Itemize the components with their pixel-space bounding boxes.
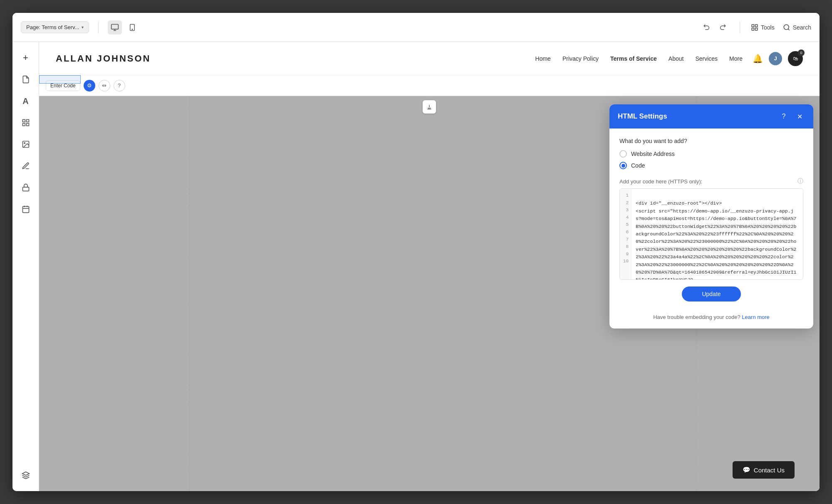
radio-label-website: Website Address [631,151,675,157]
code-info-icon: ⓘ [797,178,803,185]
pen-icon [22,162,30,170]
svg-point-16 [24,143,25,144]
undo-redo [701,21,729,34]
modal-header: HTML Settings ? ✕ [609,104,813,128]
tools-button[interactable]: Tools [751,24,775,31]
tools-icon [751,24,758,31]
apps-icon [22,119,30,127]
code-label-text: Add your code here (HTTPS only): [619,178,702,185]
search-button[interactable]: Search [783,24,811,31]
page-label: Page: Terms of Serv... [26,24,79,30]
html-settings-modal: HTML Settings ? ✕ What do you want to ad… [609,104,813,329]
site-logo: ALLAN JOHNSON [56,53,151,64]
svg-rect-0 [111,24,119,29]
toolbar-divider-2 [740,21,740,34]
layers-icon [22,471,30,479]
chevron-down-icon: ▾ [82,25,84,30]
pages-icon [22,75,30,84]
svg-rect-11 [22,120,25,122]
svg-point-4 [132,29,133,30]
page-selector[interactable]: Page: Terms of Serv... ▾ [21,21,89,33]
radio-circle-code [619,162,627,169]
radio-circle-website [619,150,627,158]
modal-footer: Have trouble embedding your code? Learn … [609,314,813,329]
help-icon-btn[interactable]: ? [114,80,125,91]
desktop-device-btn[interactable] [108,20,122,35]
search-icon [783,24,790,31]
gear-icon-btn[interactable]: ⚙ [84,80,95,91]
line-numbers: 12345678910 [620,189,631,279]
update-button[interactable]: Update [682,287,740,301]
left-sidebar: + A [12,42,39,491]
radio-website-address[interactable]: Website Address [619,150,803,158]
calendar-icon [22,205,30,213]
redo-button[interactable] [716,21,729,34]
user-avatar[interactable]: J [769,52,782,65]
svg-rect-7 [752,28,754,30]
download-icon [426,104,433,110]
cart-icon[interactable]: 🛍 0 [788,51,803,66]
search-label: Search [793,24,811,31]
nav-home[interactable]: Home [535,55,551,62]
undo-button[interactable] [701,21,713,34]
modal-header-icons: ? ✕ [778,111,805,122]
nav-about[interactable]: About [669,55,684,62]
pages-sidebar-btn[interactable] [17,70,35,89]
code-input-label: Add your code here (HTTPS only): ⓘ [619,178,803,185]
cart-count: 0 [798,49,805,56]
radio-code[interactable]: Code [619,162,803,169]
svg-rect-13 [22,124,25,126]
download-btn[interactable] [423,100,436,114]
svg-rect-14 [26,124,29,126]
site-header: ALLAN JOHNSON Home Privacy Policy Terms … [39,42,820,75]
svg-rect-6 [755,25,757,27]
modal-help-btn[interactable]: ? [778,111,789,122]
radio-group: Website Address Code [619,150,803,169]
top-toolbar: Page: Terms of Serv... ▾ [12,13,820,42]
svg-rect-5 [752,25,754,27]
image-sidebar-btn[interactable] [17,135,35,153]
modal-overlay: HTML Settings ? ✕ What do you want to ad… [603,96,820,491]
redo-icon [719,24,726,31]
modal-title: HTML Settings [618,112,667,121]
add-sidebar-btn[interactable]: + [17,49,35,67]
canvas-area: ALLAN JOHNSON Home Privacy Policy Terms … [39,42,820,491]
pen-sidebar-btn[interactable] [17,157,35,175]
move-icon-btn[interactable]: ⇔ [99,80,110,91]
notification-bell[interactable]: 🔔 [753,54,763,64]
toolbar-right: Tools Search [701,21,811,34]
svg-rect-17 [22,187,29,191]
desktop-icon [111,23,119,32]
site-nav: Home Privacy Policy Terms of Service Abo… [535,55,743,62]
mobile-device-btn[interactable] [125,20,139,35]
svg-rect-8 [755,28,757,30]
editor-window: Page: Terms of Serv... ▾ [12,13,820,491]
learn-more-link[interactable]: Learn more [742,314,769,320]
text-sidebar-btn[interactable]: A [17,92,35,110]
page-content: HTML Settings ? ✕ What do you want to ad… [39,96,820,491]
code-editor[interactable]: 12345678910 <div id="__enzuzo-root"></di… [619,188,803,280]
nav-privacy[interactable]: Privacy Policy [562,55,599,62]
code-textarea[interactable]: <div id="__enzuzo-root"></div> <script s… [631,189,803,279]
svg-line-10 [788,29,789,30]
mobile-icon [129,24,136,31]
nav-services[interactable]: Services [695,55,718,62]
apps-sidebar-btn[interactable] [17,114,35,132]
svg-point-9 [784,25,789,30]
website-preview: ALLAN JOHNSON Home Privacy Policy Terms … [39,42,820,491]
nav-terms[interactable]: Terms of Service [610,55,657,62]
nav-more[interactable]: More [729,55,743,62]
device-icons [108,20,139,35]
layers-sidebar-btn[interactable] [17,466,35,484]
svg-rect-12 [26,120,29,122]
main-area: + A [12,42,820,491]
image-icon [22,140,30,148]
modal-close-btn[interactable]: ✕ [794,111,805,122]
calendar-sidebar-btn[interactable] [17,200,35,218]
modal-body: What do you want to add? Website Address [609,128,813,314]
selection-indicator [39,75,81,84]
guide-left [189,96,190,491]
lock-sidebar-btn[interactable] [17,178,35,197]
svg-marker-22 [22,472,29,475]
editor-strip: Enter Code ⚙ ⇔ ? [39,75,820,96]
